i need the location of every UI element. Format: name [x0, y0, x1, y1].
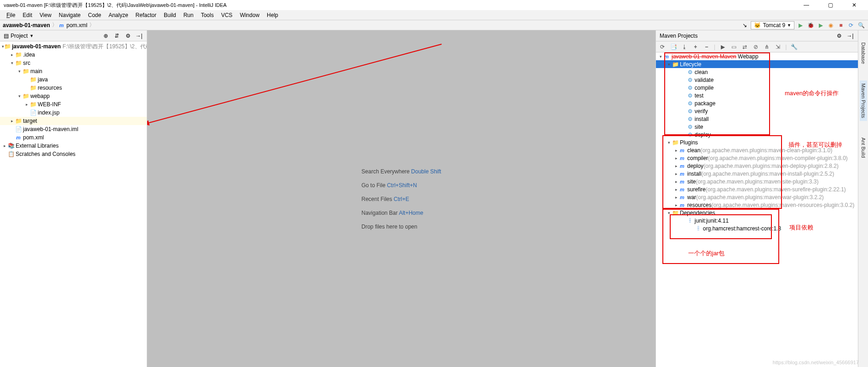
tree-row[interactable]: ▾📁main [0, 67, 147, 75]
menu-run[interactable]: Run [180, 11, 197, 19]
target-icon[interactable]: ⊕ [102, 32, 110, 40]
breadcrumb[interactable]: avaweb-01-maven 〉 m pom.xml 〉 [3, 21, 95, 29]
update-button[interactable]: ⟳ [847, 21, 855, 29]
menu-window[interactable]: Window [236, 11, 263, 19]
tree-arrow-icon[interactable]: ▾ [17, 69, 22, 74]
maven-tree-row[interactable]: ▸⚙verify [656, 107, 858, 115]
maven-tree-row[interactable]: ▾📁Lifecycle [656, 60, 858, 68]
menu-analyze[interactable]: Analyze [105, 11, 132, 19]
skip-tests-button[interactable]: ⊘ [752, 43, 759, 51]
maven-tree-row[interactable]: ▸msurefire (org.apache.maven.plugins:mav… [656, 185, 858, 193]
tree-arrow-icon[interactable]: ▸ [2, 143, 7, 148]
menu-vcs[interactable]: VCS [218, 11, 236, 19]
tree-arrow-icon[interactable]: ▸ [673, 179, 679, 184]
add-maven-button[interactable]: + [692, 43, 699, 51]
collapse-button[interactable]: ⇵ [113, 32, 121, 40]
maven-tree-row[interactable]: ▸mdeploy (org.apache.maven.plugins:maven… [656, 162, 858, 170]
run-maven-button[interactable]: ▶ [719, 43, 726, 51]
search-button[interactable]: 🔍 [857, 21, 865, 29]
build-button[interactable]: ↘ [741, 21, 749, 29]
tree-row[interactable]: ▸📁resources [0, 84, 147, 92]
maven-tree-row[interactable]: ▸mcompiler (org.apache.maven.plugins:mav… [656, 154, 858, 162]
tree-row[interactable]: ▸mpom.xml [0, 133, 147, 142]
execute-goal-button[interactable]: ▭ [730, 43, 737, 51]
maven-tree-row[interactable]: ▸mclean (org.apache.maven.plugins:maven-… [656, 146, 858, 154]
gear-icon[interactable]: ⚙ [835, 32, 843, 40]
maven-tree-row[interactable]: ▸⚙test [656, 92, 858, 99]
maven-tree-row[interactable]: ▸⚙package [656, 99, 858, 107]
maven-tree-row[interactable]: ▸⚙clean [656, 68, 858, 76]
maven-settings-button[interactable]: 🔧 [790, 43, 798, 51]
side-tab-maven[interactable]: Maven Projects [860, 80, 867, 121]
tree-arrow-icon[interactable]: ▾ [666, 211, 672, 215]
run-config-select[interactable]: 🐱 Tomcat 9 ▼ [751, 21, 794, 29]
tree-row[interactable]: ▸📄javaweb-01-maven.iml [0, 125, 147, 133]
maven-tree-row[interactable]: ▸msite (org.apache.maven.plugins:maven-s… [656, 178, 858, 185]
minimize-button[interactable]: — [800, 0, 813, 10]
maven-tree-row[interactable]: ▸⚙site [656, 123, 858, 131]
menu-edit[interactable]: Edit [19, 11, 36, 19]
maven-tree-row[interactable]: ▸mresources (org.apache.maven.plugins:ma… [656, 201, 858, 209]
maximize-button[interactable]: ▢ [824, 0, 837, 10]
side-tab-database[interactable]: Database [860, 40, 867, 67]
tree-arrow-icon[interactable]: ▸ [673, 148, 679, 153]
gear-icon[interactable]: ⚙ [124, 32, 132, 40]
maven-tree-row[interactable]: ▾📁Dependencies [656, 209, 858, 217]
maven-tree-row[interactable]: ▸⦙⦙org.hamcrest:hamcrest-core:1.3 [656, 224, 858, 232]
close-button[interactable]: ✕ [848, 0, 861, 10]
tree-arrow-icon[interactable]: ▸ [673, 195, 679, 200]
menu-refactor[interactable]: Refactor [132, 11, 160, 19]
tree-arrow-icon[interactable]: ▾ [17, 94, 22, 98]
tree-arrow-icon[interactable]: ▸ [9, 52, 15, 57]
tree-row[interactable]: ▸📄index.jsp [0, 109, 147, 117]
toggle-offline-button[interactable]: ⇄ [741, 43, 748, 51]
tree-arrow-icon[interactable]: ▸ [9, 119, 15, 123]
menu-navigate[interactable]: Navigate [55, 11, 84, 19]
show-deps-button[interactable]: ⋔ [763, 43, 770, 51]
tree-row[interactable]: ▾📁src [0, 59, 147, 67]
breadcrumb-project[interactable]: avaweb-01-maven [3, 22, 50, 29]
maven-tree-row[interactable]: ▸⦙⦙junit:junit:4.11 [656, 217, 858, 224]
maven-tree[interactable]: ▾mjavaweb-01-maven Maven Webapp maven的命令… [656, 52, 858, 367]
menu-build[interactable]: Build [160, 11, 180, 19]
menu-code[interactable]: Code [84, 11, 105, 19]
tree-arrow-icon[interactable]: ▸ [673, 156, 679, 161]
side-tab-ant[interactable]: Ant Build [860, 135, 867, 161]
editor-area[interactable]: Search Everywhere Double Shift Go to Fil… [147, 30, 655, 367]
project-tree[interactable]: ▾📁javaweb-01-maven F:\班级管理\西开【19525】\2、代… [0, 41, 147, 367]
coverage-button[interactable]: ▶ [816, 21, 825, 29]
maven-tree-row[interactable]: ▸⚙deploy [656, 131, 858, 138]
tree-arrow-icon[interactable]: ▸ [673, 164, 679, 168]
tree-arrow-icon[interactable]: ▸ [24, 102, 29, 107]
download-button[interactable]: ⭳ [681, 43, 688, 51]
project-panel-title[interactable]: ▤ Project ▼ [4, 33, 34, 39]
tree-row[interactable]: ▸📁java [0, 75, 147, 84]
debug-button[interactable]: 🐞 [806, 21, 815, 29]
tree-arrow-icon[interactable]: ▸ [673, 172, 679, 176]
hide-button[interactable]: →| [846, 32, 854, 40]
tree-arrow-icon[interactable]: ▸ [673, 187, 679, 192]
collapse-all-button[interactable]: ⇲ [774, 43, 782, 51]
maven-tree-row[interactable]: ▸⚙install [656, 115, 858, 123]
maven-tree-row[interactable]: ▾mjavaweb-01-maven Maven Webapp [656, 52, 858, 60]
stop-button[interactable]: ■ [837, 21, 845, 29]
tree-row[interactable]: ▸📁WEB-INF [0, 100, 147, 109]
tree-arrow-icon[interactable]: ▾ [9, 61, 15, 65]
menu-file[interactable]: File [3, 11, 19, 19]
tree-arrow-icon[interactable]: ▾ [666, 62, 672, 67]
tree-row[interactable]: ▾📁javaweb-01-maven F:\班级管理\西开【19525】\2、代… [0, 42, 147, 51]
breadcrumb-file[interactable]: pom.xml [67, 22, 87, 29]
menu-tools[interactable]: Tools [197, 11, 218, 19]
hide-button[interactable]: →| [135, 32, 143, 40]
reimport-button[interactable]: ⟳ [659, 43, 666, 51]
maven-tree-row[interactable]: ▸minstall (org.apache.maven.plugins:mave… [656, 170, 858, 178]
maven-tree-row[interactable]: ▸mwar (org.apache.maven.plugins:maven-wa… [656, 193, 858, 201]
profile-button[interactable]: ◉ [827, 21, 835, 29]
tree-row[interactable]: ▾📁webapp [0, 92, 147, 100]
menu-view[interactable]: View [36, 11, 55, 19]
generate-sources-button[interactable]: 📑 [670, 43, 677, 51]
tree-arrow-icon[interactable]: ▾ [658, 54, 663, 59]
maven-tree-row[interactable]: ▸⚙validate [656, 76, 858, 84]
tree-arrow-icon[interactable]: ▾ [666, 140, 672, 145]
tree-row[interactable]: ▸📁target [0, 117, 147, 125]
